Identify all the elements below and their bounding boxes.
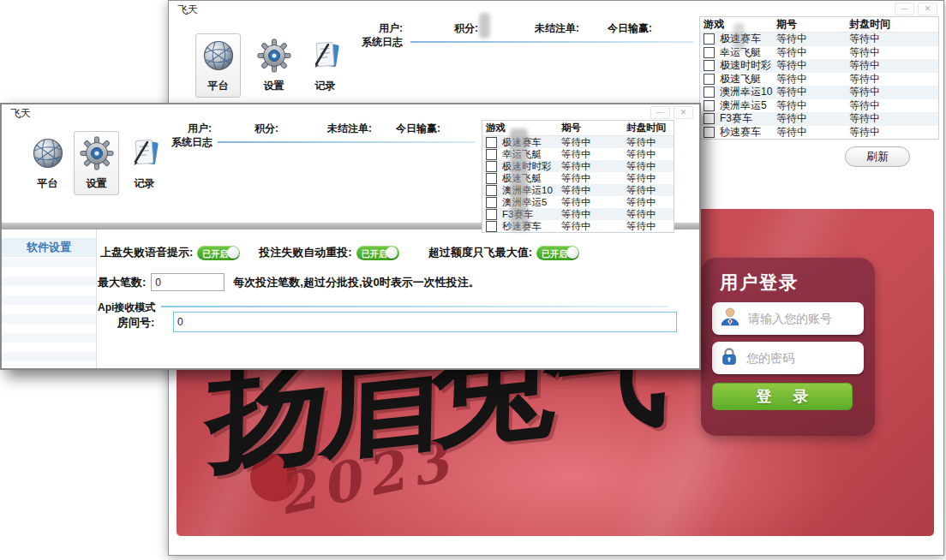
notes-pen-icon: [128, 136, 162, 174]
voice-alert-label: 上盘失败语音提示:: [100, 245, 193, 260]
toggle-knob: [227, 247, 239, 259]
game-checkbox[interactable]: [486, 197, 497, 208]
window-title: 飞天: [177, 3, 198, 17]
max-count-label: 最大笔数:: [98, 275, 146, 290]
game-checkbox[interactable]: [704, 127, 715, 138]
settings-window: 飞天 — ✕ 平台: [0, 103, 701, 370]
game-period: 等待中: [776, 98, 849, 113]
today-result-label: 今日输赢:: [608, 21, 652, 36]
api-group-label: Api接收模式: [98, 301, 155, 315]
login-button[interactable]: 登 录: [712, 383, 853, 410]
account-field: [712, 302, 864, 335]
system-log-label: 系统日志: [171, 135, 213, 150]
game-close-time: 等待中: [849, 111, 935, 126]
gear-icon: [257, 39, 291, 76]
game-checkbox[interactable]: [704, 86, 715, 98]
max-limit-toggle[interactable]: 已开启: [536, 246, 579, 260]
account-input[interactable]: [746, 311, 857, 326]
game-checkbox[interactable]: [704, 74, 715, 85]
game-name: 幸运飞艇: [720, 45, 776, 60]
game-close-time: 等待中: [626, 208, 672, 221]
room-number-input[interactable]: [173, 312, 677, 332]
sidebar-item-software-settings[interactable]: 软件设置: [2, 238, 96, 257]
minimize-button[interactable]: —: [895, 3, 914, 15]
game-period: 等待中: [561, 160, 626, 173]
game-close-time: 等待中: [626, 172, 672, 185]
game-checkbox[interactable]: [486, 209, 497, 220]
col-close-time: 封盘时间: [849, 17, 935, 32]
toolbar-platform-button[interactable]: 平台: [195, 33, 241, 98]
minimize-button[interactable]: —: [650, 106, 670, 119]
toolbar-label: 记录: [315, 79, 336, 93]
password-input[interactable]: [745, 350, 857, 366]
game-close-time: 等待中: [626, 220, 672, 233]
auto-rebet-toggle[interactable]: 已开启: [356, 246, 399, 260]
toolbar-label: 设置: [87, 176, 107, 191]
game-period: 等待中: [561, 208, 626, 221]
toolbar-settings-button[interactable]: 设置: [251, 33, 296, 98]
game-checkbox[interactable]: [704, 113, 715, 124]
refresh-button[interactable]: 刷新: [845, 146, 910, 167]
game-period: 等待中: [561, 220, 626, 233]
game-close-time: 等待中: [626, 136, 672, 149]
table-row: F3赛车等待中等待中: [700, 112, 938, 126]
redaction-smudge: [733, 23, 745, 52]
game-checkbox[interactable]: [704, 100, 715, 111]
game-checkbox[interactable]: [704, 33, 715, 45]
toolbar-label: 记录: [135, 176, 155, 191]
game-checkbox[interactable]: [704, 60, 715, 71]
voice-alert-toggle[interactable]: 已开启: [197, 246, 240, 260]
system-log-divider: [410, 41, 693, 43]
game-period: 等待中: [776, 72, 849, 86]
game-name: 极速飞艇: [720, 72, 776, 86]
max-limit-label: 超过额度只飞最大值:: [428, 245, 532, 260]
game-checkbox[interactable]: [486, 173, 497, 184]
game-checkbox[interactable]: [486, 137, 497, 148]
globe-icon: [201, 39, 236, 76]
system-log-label: 系统日志: [362, 35, 403, 50]
game-period: 等待中: [776, 32, 849, 46]
game-period: 等待中: [561, 172, 626, 185]
game-close-time: 等待中: [849, 58, 935, 73]
table-row: 澳洲幸运10等待中等待中: [700, 86, 938, 99]
points-label: 积分:: [254, 122, 278, 136]
lock-icon: [719, 346, 739, 370]
game-checkbox[interactable]: [486, 185, 497, 196]
toggle-row: 上盘失败语音提示: 已开启 投注失败自动重投: 已开启 超过额度只飞最大值: 已…: [100, 245, 579, 260]
titlebar: 飞天 — ✕: [2, 104, 699, 119]
col-period: 期号: [776, 17, 849, 32]
window-title: 飞天: [10, 106, 31, 121]
game-close-time: 等待中: [626, 148, 672, 161]
game-checkbox[interactable]: [486, 221, 497, 232]
toolbar-records-button[interactable]: 记录: [122, 131, 167, 195]
titlebar: 飞天 — ✕: [169, 1, 943, 15]
toolbar-label: 设置: [264, 79, 284, 93]
game-name: 极速赛车: [720, 32, 776, 46]
toolbar-records-button[interactable]: 记录: [302, 33, 348, 98]
game-close-time: 等待中: [849, 98, 935, 113]
toolbar-settings-button[interactable]: 设置: [74, 131, 119, 195]
toolbar-platform-button[interactable]: 平台: [25, 131, 70, 195]
game-close-time: 等待中: [849, 72, 935, 86]
table-row: 澳洲幸运5等待中等待中: [700, 99, 938, 113]
col-period: 期号: [561, 121, 626, 135]
game-checkbox[interactable]: [486, 161, 497, 172]
game-checkbox[interactable]: [704, 47, 715, 58]
redaction-smudge: [479, 13, 490, 39]
max-count-input[interactable]: [151, 273, 225, 291]
toolbar-label: 平台: [208, 79, 229, 93]
close-button[interactable]: ✕: [918, 3, 937, 15]
user-label: 用户:: [379, 21, 403, 36]
table-row: 秒速赛车等待中等待中: [700, 126, 938, 140]
close-button[interactable]: ✕: [674, 106, 693, 119]
game-close-time: 等待中: [849, 45, 935, 60]
game-period: 等待中: [776, 85, 849, 99]
toggle-knob: [566, 247, 578, 259]
game-period: 等待中: [561, 184, 626, 197]
open-bets-label: 未结注单:: [327, 122, 372, 136]
globe-icon: [31, 136, 65, 174]
game-checkbox[interactable]: [486, 149, 497, 160]
game-period: 等待中: [561, 136, 626, 149]
game-name: 澳洲幸运10: [720, 85, 776, 99]
gear-icon: [80, 136, 114, 174]
